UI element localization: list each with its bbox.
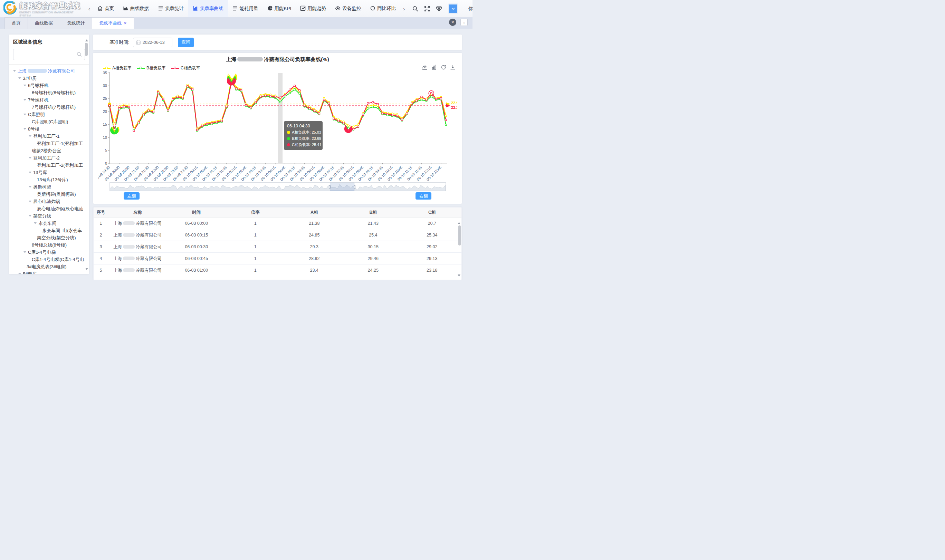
fullscreen-icon[interactable]	[424, 6, 430, 12]
caret-down-icon[interactable]	[23, 251, 26, 254]
query-button[interactable]: 查询	[178, 38, 194, 47]
tree-item-0[interactable]: 上海冷藏有限公司	[13, 67, 85, 75]
caret-down-icon[interactable]	[29, 135, 31, 138]
tab-label: 负载率曲线	[99, 20, 122, 26]
nav-item-0[interactable]: 首页	[93, 0, 119, 17]
datazoom-slider[interactable]	[109, 182, 446, 191]
datazoom-window[interactable]	[330, 183, 354, 191]
caret-down-icon[interactable]	[29, 157, 31, 160]
tree-item-22[interactable]: 永会车间_电(永会车	[13, 227, 85, 234]
legend-item[interactable]: A相负载率	[103, 65, 132, 71]
tree-item-19[interactable]: 辰心电油炸锅(辰心电油	[13, 205, 85, 212]
tree-item-28[interactable]: 5#电房	[13, 270, 85, 274]
bar-type-icon[interactable]	[431, 65, 437, 71]
redacted-company	[237, 57, 263, 62]
tree-item-8[interactable]: 8号楼	[13, 125, 85, 132]
caret-down-icon[interactable]	[13, 70, 16, 73]
caret-down-icon[interactable]	[29, 172, 31, 175]
caret-down-icon[interactable]	[18, 77, 21, 80]
caret-down-icon[interactable]	[29, 186, 31, 189]
tree-item-27[interactable]: 3#电房总表(3#电房)	[13, 263, 85, 270]
tree-item-1[interactable]: 3#电房	[13, 75, 85, 82]
caret-down-icon[interactable]	[23, 114, 26, 117]
caret-down-icon[interactable]	[23, 128, 26, 131]
caret-down-icon[interactable]	[29, 215, 31, 218]
tree-item-14[interactable]: 13号库	[13, 169, 85, 176]
close-all-tabs-icon[interactable]: ✕	[449, 18, 456, 26]
page-left-button[interactable]: 左翻	[124, 192, 140, 200]
line-type-icon[interactable]	[422, 65, 428, 71]
caret-down-icon[interactable]	[18, 273, 21, 274]
list-icon	[232, 6, 238, 12]
tree-item-12[interactable]: 登利加工厂-2	[13, 154, 85, 162]
loadrate-chart[interactable]: 0510152025303522.9422.2631.2212.1612.710…	[98, 71, 457, 183]
caret-down-icon[interactable]	[29, 201, 31, 204]
tree-item-3[interactable]: 6号螺杆机(6号螺杆机)	[13, 89, 85, 96]
tree-item-2[interactable]: 6号螺杆机	[13, 82, 85, 89]
tree-item-21[interactable]: 永会车间	[13, 220, 85, 227]
nav-scroll-left-icon[interactable]: ‹	[86, 6, 93, 12]
device-search-input[interactable]	[13, 49, 85, 60]
tab-options-dropdown-icon[interactable]: ⌄	[460, 18, 468, 26]
tab-0[interactable]: 首页	[5, 17, 28, 29]
nav-item-1[interactable]: 曲线数据	[119, 0, 153, 17]
tree-item-25[interactable]: C库1-4号电梯	[13, 249, 85, 256]
tree-item-label: 瑞蒙2楼办公室	[32, 148, 61, 154]
table-cell: 1	[226, 265, 285, 276]
tree-item-24[interactable]: 8号楼总线(8号楼)	[13, 242, 85, 249]
tree-item-label: 13号库	[33, 169, 47, 176]
table-scroll-up-icon[interactable]	[458, 221, 460, 224]
nav-item-5[interactable]: 用能KPI	[263, 0, 296, 17]
tree-item-18[interactable]: 辰心电油炸锅	[13, 198, 85, 205]
tab-2[interactable]: 负载统计	[60, 17, 92, 29]
scroll-up-icon[interactable]	[85, 38, 88, 42]
tab-1[interactable]: 曲线数据	[28, 17, 60, 29]
nav-item-4[interactable]: 能耗用量	[228, 0, 263, 17]
nav-item-3[interactable]: 负载率曲线	[188, 0, 228, 17]
search-icon[interactable]	[412, 6, 418, 12]
caret-down-icon[interactable]	[34, 222, 37, 225]
table-cell: 29.46	[344, 253, 403, 264]
nav-item-2[interactable]: 负载统计	[153, 0, 188, 17]
table-cell: 1	[226, 229, 285, 241]
nav-item-7[interactable]: 设备监控	[331, 0, 365, 17]
tree-item-9[interactable]: 登利加工厂-1	[13, 132, 85, 140]
page-right-button[interactable]: 右翻	[416, 192, 431, 200]
tree-item-17[interactable]: 奥斯柯碧(奥斯柯碧)	[13, 191, 85, 198]
tab-3[interactable]: 负载率曲线✕	[92, 17, 134, 29]
tree-item-11[interactable]: 瑞蒙2楼办公室	[13, 147, 85, 154]
tree-item-13[interactable]: 登利加工厂-2(登利加工	[13, 162, 85, 169]
tree-item-23[interactable]: 架空分线(架空分线)	[13, 234, 85, 242]
tree-item-15[interactable]: 13号库(13号库)	[13, 176, 85, 183]
table-scroll-down-icon[interactable]	[458, 274, 460, 278]
sidebar-scrollbar[interactable]	[85, 38, 88, 271]
caret-down-icon[interactable]	[23, 85, 26, 88]
nav-item-8[interactable]: 同比环比	[365, 0, 400, 17]
tree-item-10[interactable]: 登利加工厂-1(登利加工	[13, 140, 85, 147]
datazoom-handle-right[interactable]	[354, 185, 356, 189]
table-scrollbar-thumb[interactable]	[458, 225, 461, 246]
theme-diamond-icon[interactable]	[436, 6, 442, 11]
tree-item-4[interactable]: 7号螺杆机	[13, 96, 85, 103]
tree-item-26[interactable]: C库1-4号电梯(C库1-4号电	[13, 256, 85, 263]
tree-item-16[interactable]: 奥斯柯碧	[13, 183, 85, 191]
tree-item-7[interactable]: C库照明(C库照明)	[13, 118, 85, 125]
scroll-down-icon[interactable]	[85, 268, 88, 271]
download-icon[interactable]	[450, 65, 456, 71]
refresh-icon[interactable]	[441, 65, 446, 71]
tree-item-label: 3#电房	[23, 75, 37, 82]
datazoom-handle-left[interactable]	[329, 185, 331, 189]
legend-item[interactable]: B相负载率	[137, 65, 166, 71]
scrollbar-thumb[interactable]	[85, 43, 88, 56]
caret-down-icon[interactable]	[23, 99, 26, 102]
legend-item[interactable]: C相负载率	[171, 65, 200, 71]
user-dropdown-button[interactable]	[448, 3, 458, 14]
tab-close-icon[interactable]: ✕	[124, 21, 127, 26]
table-cell: 4	[94, 253, 108, 264]
base-date-input[interactable]: 2022-06-13	[133, 38, 172, 47]
tree-item-20[interactable]: 架空分线	[13, 212, 85, 220]
tree-item-6[interactable]: C库照明	[13, 111, 85, 118]
nav-scroll-right-icon[interactable]: ›	[400, 6, 408, 12]
nav-item-6[interactable]: 用能趋势	[296, 0, 331, 17]
tree-item-5[interactable]: 7号螺杆机(7号螺杆机)	[13, 103, 85, 111]
